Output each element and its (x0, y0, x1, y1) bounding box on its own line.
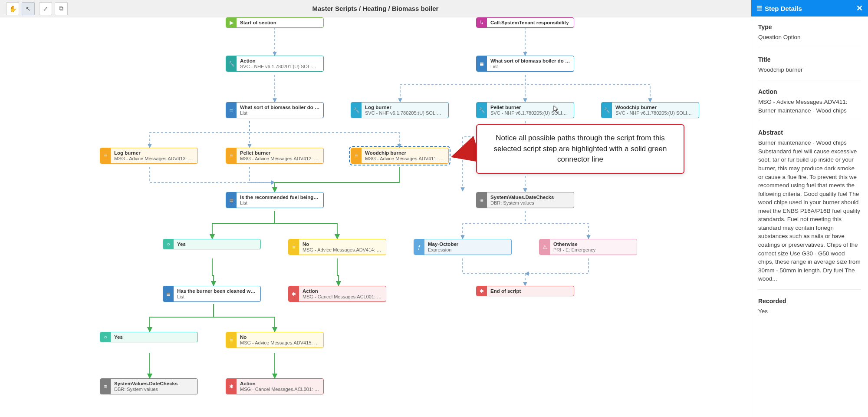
svg-line-0 (454, 150, 475, 156)
list-icon: ≣ (163, 286, 174, 301)
wrench-icon: 🔧 (477, 103, 487, 118)
node-call-responsibility[interactable]: ↳ Call:SystemTenant responsibility (476, 17, 574, 28)
node-question-sort-left[interactable]: ≣ What sort of biomass boiler do you hav… (226, 102, 324, 118)
node-end-script[interactable]: ✱ End of script (476, 286, 574, 296)
list-icon: ≣ (226, 192, 237, 208)
node-log-burner-left[interactable]: ≡ Log burner MSG - Advice Messages.ADV41… (100, 148, 198, 164)
node-yes-1[interactable]: ○ Yes (163, 239, 261, 249)
node-subtitle: SVC - NHF v6.1.780201:(U) SOLID FUEL ... (240, 64, 320, 69)
node-subtitle: Expression (428, 247, 508, 252)
node-action-cancel-2[interactable]: ✱ Action MSG - Cancel Messages.ACL001: N… (226, 378, 324, 394)
node-no-2[interactable]: ≡ No MSG - Advice Messages.ADV415: Burne… (226, 332, 324, 348)
panel-body: Type Question Option Title Woodchip burn… (751, 17, 868, 329)
node-title: Yes (177, 242, 257, 247)
node-yes-2[interactable]: ○ Yes (100, 332, 198, 342)
node-action-cancel-1[interactable]: ✱ Action MSG - Cancel Messages.ACL001: N… (288, 286, 386, 302)
node-title: Pellet burner (240, 150, 320, 156)
node-title: Woodchip burner (365, 150, 445, 156)
list-icon: ≣ (226, 103, 237, 118)
node-subtitle: MSG - Cancel Messages.ACL001: No Action (240, 387, 320, 392)
node-start-section[interactable]: ▶ Start of section (226, 17, 324, 28)
step-details-panel: ☰ Step Details ✕ Type Question Option Ti… (751, 0, 868, 417)
circle-icon: ○ (163, 239, 174, 249)
field-label-title: Title (758, 56, 861, 63)
node-woodchip-burner-right[interactable]: 🔧 Woodchip burner SVC - NHF v6.1.780205:… (601, 102, 699, 118)
node-question-cleaned[interactable]: ≣ Has the burner been cleaned within the… (163, 286, 261, 302)
node-subtitle: MSG - Cancel Messages.ACL001: No Action (302, 294, 382, 299)
start-icon: ▶ (226, 18, 237, 27)
node-title: Action (240, 381, 320, 386)
close-panel-button[interactable]: ✕ (856, 3, 863, 13)
wrench-icon: 🔧 (226, 56, 237, 71)
node-subtitle: MSG - Advice Messages.ADV414: Burner ... (302, 247, 382, 252)
node-title: No (302, 242, 382, 247)
node-woodchip-burner-left[interactable]: ≡ Woodchip burner MSG - Advice Messages.… (351, 148, 449, 164)
connectors-layer (0, 17, 751, 417)
node-title: Has the burner been cleaned within the l… (177, 288, 257, 294)
asterisk-icon: ✱ (289, 286, 299, 301)
node-subtitle: PRI - E: Emergency (553, 247, 633, 252)
node-question-fuel-used[interactable]: ≣ Is the recommended fuel being used? (.… (226, 192, 324, 208)
node-subtitle: MSG - Advice Messages.ADV412: Burner ... (240, 156, 320, 161)
node-title: No (240, 334, 320, 340)
node-title: SystemValues.DateChecks (490, 195, 570, 200)
node-subtitle: DBR: System values (490, 200, 570, 205)
node-subtitle: DBR: System values (114, 387, 194, 392)
wrench-icon: 🔧 (602, 103, 612, 118)
node-title: Action (302, 288, 382, 294)
node-title: Yes (114, 334, 194, 340)
node-subtitle: List (240, 200, 320, 205)
asterisk-icon: ✱ (477, 286, 487, 296)
node-title: Log burner (114, 150, 194, 156)
panel-header: ☰ Step Details ✕ (751, 0, 868, 17)
node-subtitle: MSG - Advice Messages.ADV413: Burner ... (114, 156, 194, 161)
field-value-title: Woodchip burner (758, 66, 861, 74)
node-subtitle: SVC - NHF v6.1.780205:(U) SOLID FUEL ... (615, 110, 695, 116)
node-title: Pellet burner (490, 105, 570, 110)
node-may-october[interactable]: ƒ May-October Expression (414, 239, 512, 255)
msg-icon: ≡ (351, 148, 362, 163)
node-subtitle: MSG - Advice Messages.ADV415: Burner ... (240, 340, 320, 345)
node-otherwise[interactable]: ⚠ Otherwise PRI - E: Emergency (539, 239, 637, 255)
node-pellet-burner-right[interactable]: 🔧 Pellet burner SVC - NHF v6.1.780205:(U… (476, 102, 574, 118)
field-label-abstract: Abstract (758, 129, 861, 136)
field-value-action: MSG - Advice Messages.ADV411: Burner mai… (758, 98, 861, 115)
node-title: Woodchip burner (615, 105, 695, 110)
node-pellet-burner-left[interactable]: ≡ Pellet burner MSG - Advice Messages.AD… (226, 148, 324, 164)
db-icon: ≡ (477, 192, 487, 208)
msg-icon: ≡ (289, 239, 299, 255)
wrench-icon: 🔧 (351, 103, 362, 118)
node-title: Action (240, 58, 320, 63)
node-subtitle: MSG - Advice Messages.ADV411: Burner ... (365, 156, 445, 161)
node-title: Log burner (365, 105, 445, 110)
circle-icon: ○ (100, 332, 111, 342)
expr-icon: ƒ (414, 239, 424, 255)
panel-title: Step Details (765, 5, 802, 12)
msg-icon: ≡ (100, 148, 111, 163)
node-title: May-October (428, 242, 508, 247)
node-title: What sort of biomass boiler do you have? (490, 58, 570, 63)
node-title: Start of section (240, 20, 320, 25)
msg-icon: ≡ (226, 148, 237, 163)
node-action-svc[interactable]: 🔧 Action SVC - NHF v6.1.780201:(U) SOLID… (226, 56, 324, 72)
top-toolbar: Master Scripts / Heating / Biomass boile… (0, 0, 751, 17)
node-log-burner-right[interactable]: 🔧 Log burner SVC - NHF v6.1.780205:(U) S… (351, 102, 449, 118)
node-question-sort-right[interactable]: ≣ What sort of biomass boiler do you hav… (476, 56, 574, 72)
field-label-action: Action (758, 88, 861, 95)
node-sysvalues-right[interactable]: ≡ SystemValues.DateChecks DBR: System va… (476, 192, 574, 208)
field-value-abstract: Burner maintenance - Wood chips Substand… (758, 139, 861, 283)
node-subtitle: List (177, 294, 257, 299)
node-title: SystemValues.DateChecks (114, 381, 194, 386)
node-title: Is the recommended fuel being used? (... (240, 195, 320, 200)
node-title: End of script (490, 288, 570, 294)
asterisk-icon: ✱ (226, 379, 237, 394)
node-no-1[interactable]: ≡ No MSG - Advice Messages.ADV414: Burne… (288, 239, 386, 255)
callout-box: Notice all possible paths through the sc… (476, 124, 684, 174)
warn-icon: ⚠ (539, 239, 550, 255)
db-icon: ≡ (100, 379, 111, 394)
node-subtitle: SVC - NHF v6.1.780205:(U) SOLID FUEL ... (365, 110, 445, 116)
breadcrumb: Master Scripts / Heating / Biomass boile… (0, 5, 751, 12)
diagram-canvas[interactable]: ▶ Start of section ↳ Call:SystemTenant r… (0, 17, 751, 417)
node-sysvalues-left[interactable]: ≡ SystemValues.DateChecks DBR: System va… (100, 378, 198, 394)
field-value-type: Question Option (758, 33, 861, 42)
